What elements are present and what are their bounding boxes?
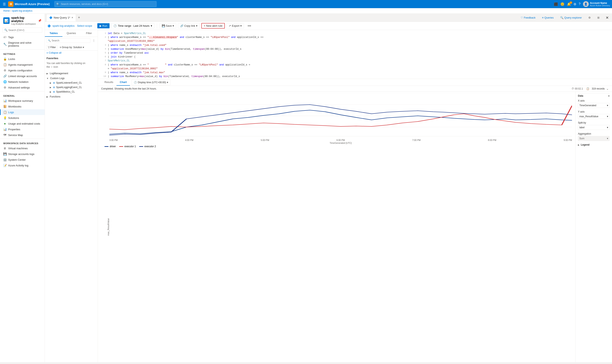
copy-link-chevron-icon: ▾ bbox=[196, 24, 198, 27]
query-tab-close-icon[interactable]: ✕ bbox=[71, 16, 73, 19]
copy-link-button[interactable]: 🔗 Copy link ▾ bbox=[178, 23, 200, 28]
aggregation-select[interactable]: Sum ▾ bbox=[578, 136, 610, 141]
sidebar-item-azure-activity[interactable]: 📝 Azure Activity log bbox=[0, 163, 45, 168]
schema-search-input[interactable] bbox=[52, 39, 89, 42]
schema-more-icon[interactable]: ⋮ bbox=[92, 38, 96, 43]
sidebar-item-logs[interactable]: 📋 Logs bbox=[0, 109, 45, 115]
code-editor[interactable]: 1 let Data = SparkMetrics_CL 2 | where w… bbox=[98, 30, 612, 79]
schema-tab-tables[interactable]: Tables bbox=[45, 30, 62, 37]
sidebar-label-network: Network Isolation bbox=[8, 80, 28, 83]
table-spark-metrics[interactable]: ▶ ⊞ SparkMetrics_CL bbox=[48, 90, 98, 94]
collapse-all-button[interactable]: ≡ Collapse all bbox=[45, 51, 98, 55]
results-tab-chart[interactable]: Chart bbox=[117, 79, 130, 86]
schema-tab-filter[interactable]: Filter bbox=[80, 30, 98, 37]
query-explorer-button[interactable]: 🔍 Query explorer bbox=[558, 15, 584, 20]
sidebar-item-storage-logs[interactable]: 💾 Storage accounts logs bbox=[0, 151, 45, 157]
breadcrumb-home[interactable]: Home bbox=[3, 9, 10, 12]
schema-toolbar: 🔍 ⋮ bbox=[45, 37, 98, 44]
chart-line-driver bbox=[109, 110, 572, 134]
sidebar-label-diagnose: Diagnose and solve problems bbox=[8, 41, 41, 47]
sidebar-item-solutions[interactable]: 💡 Solutions bbox=[0, 115, 45, 121]
settings-icon[interactable]: ⚙ bbox=[573, 2, 576, 6]
table-spark-logging[interactable]: ▶ ⊞ SparkLoggingEvent_CL bbox=[48, 85, 98, 90]
close-panel-button[interactable]: ✕ bbox=[604, 15, 610, 21]
new-alert-rule-button[interactable]: + New alert rule bbox=[201, 23, 225, 28]
clock-icon: 🕐 bbox=[113, 24, 117, 27]
sidebar-item-diagnose[interactable]: 🔧 Diagnose and solve problems bbox=[0, 40, 45, 49]
schema-group-button[interactable]: ≡ Group by: Solution ▾ bbox=[59, 45, 85, 49]
schema-search[interactable]: 🔍 bbox=[47, 38, 90, 43]
split-by-label: Split-by bbox=[578, 121, 610, 124]
queries-button[interactable]: ≡ Queries bbox=[540, 15, 556, 20]
select-scope-link[interactable]: Select scope bbox=[77, 24, 92, 27]
sidebar-item-locks[interactable]: 🔒 Locks bbox=[0, 56, 45, 62]
legend-section[interactable]: ▶ Legend bbox=[578, 143, 610, 146]
pin-icon[interactable]: 📌 bbox=[38, 19, 41, 22]
sidebar-item-workspace-summary[interactable]: 📊 Workspace summary bbox=[0, 98, 45, 104]
group-icon: ≡ bbox=[60, 46, 61, 49]
agents-config-icon: ⚙ bbox=[3, 69, 7, 72]
table-spark-listener[interactable]: ▶ ⊞ SparkListenerEvent_CL bbox=[48, 80, 98, 85]
log-management-row[interactable]: ▶ LogManagement bbox=[45, 71, 98, 76]
advanced-icon: ⚙ bbox=[3, 86, 7, 89]
code-line-8b: = "application_1610772136104_0002" bbox=[101, 67, 609, 71]
more-options-button[interactable]: ••• bbox=[246, 23, 253, 28]
code-line-5: 5 | order by TimeGenerated asc bbox=[101, 51, 609, 55]
sidebar-label-workbooks: Workbooks bbox=[8, 105, 21, 108]
export-button[interactable]: ↗ Export ▾ bbox=[226, 23, 244, 28]
global-search[interactable]: 🔍 bbox=[54, 1, 157, 7]
account-menu[interactable]: 👤 Account Name Azure Active Directory bbox=[583, 1, 610, 7]
log-management-label: LogManagement bbox=[50, 72, 68, 75]
favorites-title: Favorites bbox=[47, 56, 96, 61]
expand-spark-logging-icon: ▶ bbox=[50, 86, 51, 89]
sidebar-item-properties[interactable]: 📊 Properties bbox=[0, 126, 45, 132]
sidebar-item-system-center[interactable]: 🏢 System Center bbox=[0, 157, 45, 163]
sidebar-item-network[interactable]: 🌐 Network Isolation bbox=[0, 79, 45, 85]
sidebar-item-tags[interactable]: 🏷 Tags bbox=[0, 34, 45, 40]
data-section-expand-icon[interactable]: » bbox=[608, 94, 610, 97]
tags-icon: 🏷 bbox=[3, 36, 7, 39]
sidebar-search[interactable]: 🔍 bbox=[2, 27, 42, 33]
sidebar-item-workbooks[interactable]: 📔 Workbooks bbox=[0, 104, 45, 109]
layout-settings-icon[interactable]: ⚙ bbox=[586, 15, 593, 20]
sidebar-item-advanced[interactable]: ⚙ Advanced settings bbox=[0, 85, 45, 90]
logs-icon: 📋 bbox=[3, 111, 7, 114]
cloud-shell-icon[interactable]: ⬛ bbox=[554, 2, 558, 6]
global-search-input[interactable] bbox=[61, 3, 155, 5]
sidebar-label-agents-config: Agents configuration bbox=[8, 69, 32, 72]
split-by-chevron-icon: ▾ bbox=[607, 126, 608, 129]
hamburger-menu-icon[interactable]: ☰ bbox=[2, 1, 7, 7]
sidebar-item-virtual-machines[interactable]: 🖥 Virtual machines bbox=[0, 145, 45, 151]
add-query-tab-button[interactable]: + bbox=[76, 15, 82, 21]
query-tab-1[interactable]: 🔷 New Query 1* ✕ bbox=[47, 14, 76, 21]
custom-logs-row[interactable]: ▼ Custom Logs bbox=[45, 76, 98, 80]
query-tabs-bar: 🔷 New Query 1* ✕ + ♡ Feedback ≡ Queries … bbox=[45, 14, 612, 22]
sidebar-item-usage[interactable]: ● Usage and estimated costs bbox=[0, 121, 45, 126]
x-axis-select[interactable]: TimeGenerated ▾ bbox=[578, 103, 610, 108]
results-expand-button[interactable]: ⌄ bbox=[606, 87, 609, 90]
y-axis-select[interactable]: max_ResultValue ▾ bbox=[578, 114, 610, 119]
sidebar-item-agents-config[interactable]: ⚙ Agents configuration bbox=[0, 67, 45, 73]
run-button[interactable]: ▶ Run bbox=[97, 23, 109, 28]
account-name: Account Name bbox=[590, 2, 610, 4]
queries-icon: ≡ bbox=[542, 16, 544, 19]
schema-tab-queries[interactable]: Queries bbox=[62, 30, 80, 37]
notification-icon[interactable]: 🔔 7 bbox=[567, 2, 571, 6]
panel-toggle-icon[interactable]: ⊞ bbox=[595, 15, 602, 20]
sidebar-item-agents-mgmt[interactable]: 📋 Agents management bbox=[0, 62, 45, 67]
time-range-button[interactable]: 🕐 Time range : Last 24 hours ▾ bbox=[111, 23, 154, 28]
sidebar-item-service-map[interactable]: 🗺 Service Map bbox=[0, 132, 45, 138]
display-time-button[interactable]: 🕐 Display time (UTC+00:00) ▾ bbox=[132, 79, 170, 85]
feedback-icon[interactable]: 😊 bbox=[560, 2, 564, 6]
save-button[interactable]: 💾 Save ▾ bbox=[160, 23, 176, 28]
breadcrumb-resource[interactable]: spark-log-analytics bbox=[12, 9, 32, 12]
functions-row[interactable]: ▶ Functions bbox=[45, 94, 98, 99]
sidebar-item-linked-storage[interactable]: 🔗 Linked storage accounts bbox=[0, 73, 45, 79]
status-text: Completed. Showing results from the last… bbox=[101, 87, 570, 90]
schema-filter-button[interactable]: ▽ Filter bbox=[47, 45, 57, 50]
sidebar-search-input[interactable] bbox=[8, 29, 40, 32]
split-by-select[interactable]: label ▾ bbox=[578, 125, 610, 130]
help-icon[interactable]: ? bbox=[579, 2, 581, 6]
results-tab-results[interactable]: Results bbox=[101, 79, 117, 86]
feedback-button[interactable]: ♡ Feedback bbox=[519, 15, 538, 20]
